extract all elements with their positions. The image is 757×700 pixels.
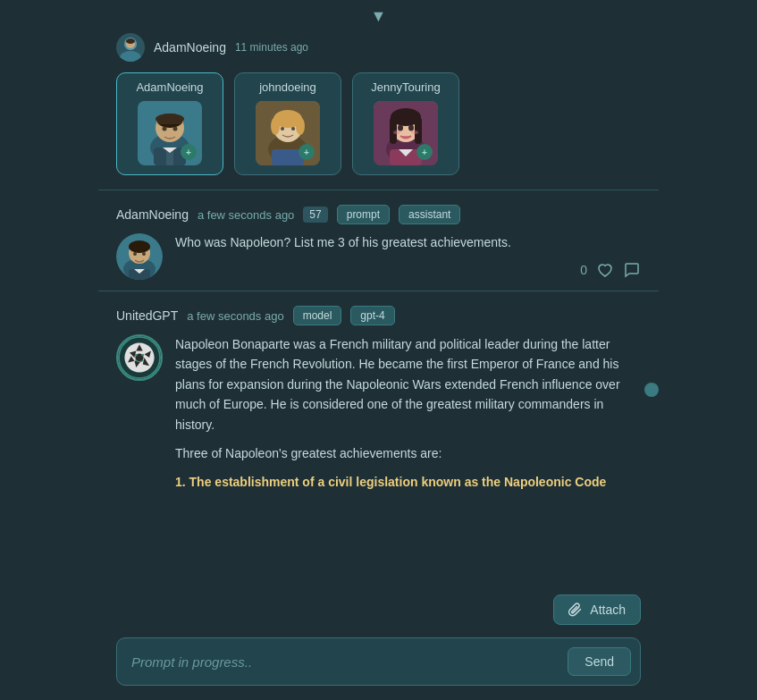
user-card-adam-avatar: + bbox=[138, 101, 202, 165]
user-card-jenny[interactable]: JennyTouring bbox=[352, 72, 459, 175]
ai-avatar bbox=[116, 334, 163, 381]
svg-point-57 bbox=[141, 354, 144, 357]
first-message-author: AdamNoeing bbox=[116, 207, 189, 222]
prompt-input-row: Send bbox=[116, 637, 641, 686]
first-message-tag-assistant[interactable]: assistant bbox=[399, 205, 460, 224]
side-dot bbox=[644, 383, 659, 397]
attach-label: Attach bbox=[590, 603, 626, 617]
ai-message-content: Napoleon Bonaparte was a French military… bbox=[175, 334, 641, 502]
user-card-adam[interactable]: AdamNoeing bbox=[116, 72, 223, 175]
chevron-down-icon[interactable]: ▼ bbox=[371, 7, 387, 26]
svg-point-20 bbox=[271, 117, 280, 135]
svg-point-1 bbox=[120, 51, 141, 62]
first-message-actions: 0 bbox=[175, 261, 641, 279]
user-card-john[interactable]: johndoeing + bbox=[234, 72, 341, 175]
ai-message-author: UnitedGPT bbox=[116, 308, 178, 323]
user-card-john-avatar: + bbox=[256, 101, 320, 165]
user-card-jenny-avatar: + bbox=[374, 101, 438, 165]
svg-point-10 bbox=[163, 127, 167, 131]
first-message-tag-prompt[interactable]: prompt bbox=[337, 205, 390, 224]
attach-button[interactable]: Attach bbox=[553, 595, 641, 625]
svg-rect-30 bbox=[415, 117, 422, 144]
first-message-time: a few seconds ago bbox=[198, 208, 294, 222]
user-card-john-name: johndoeing bbox=[259, 80, 316, 94]
prompt-area: Send bbox=[0, 628, 757, 700]
comment-button[interactable] bbox=[623, 261, 641, 279]
user-card-john-badge: + bbox=[299, 144, 315, 160]
ai-message-body: Napoleon Bonaparte was a French military… bbox=[116, 334, 641, 502]
ai-tag-gpt4[interactable]: gpt-4 bbox=[350, 306, 394, 325]
svg-point-31 bbox=[398, 125, 403, 131]
user-card-jenny-badge: + bbox=[416, 144, 433, 160]
svg-point-11 bbox=[173, 127, 178, 131]
ai-paragraph-2: Three of Napoleon's greatest achievement… bbox=[175, 443, 641, 463]
ai-paragraph-1: Napoleon Bonaparte was a French military… bbox=[175, 334, 641, 434]
user-header-avatar bbox=[116, 33, 145, 62]
first-message-like-count: 0 bbox=[580, 263, 587, 277]
chevron-area: ▼ bbox=[0, 0, 757, 30]
svg-point-21 bbox=[296, 117, 305, 135]
user-header-row: AdamNoeing 11 minutes ago bbox=[0, 30, 757, 65]
ai-tag-model[interactable]: model bbox=[293, 306, 342, 325]
send-button[interactable]: Send bbox=[568, 647, 631, 676]
ai-message-text: Napoleon Bonaparte was a French military… bbox=[175, 334, 641, 493]
svg-point-43 bbox=[142, 252, 146, 256]
svg-point-22 bbox=[281, 127, 284, 131]
ai-message-block: UnitedGPT a few seconds ago model gpt-4 bbox=[0, 291, 757, 512]
svg-point-34 bbox=[411, 131, 418, 134]
main-container: ▼ AdamNoeing 11 minutes ago AdamNoeing bbox=[0, 0, 757, 700]
svg-point-23 bbox=[291, 127, 295, 131]
ai-achievement-1: 1. The establishment of a civil legislat… bbox=[175, 472, 641, 492]
svg-point-42 bbox=[133, 252, 137, 256]
first-message-body: Who was Napoleon? List me 3 of his great… bbox=[116, 233, 641, 280]
user-header-name: AdamNoeing bbox=[154, 40, 226, 55]
user-cards-row: AdamNoeing bbox=[0, 65, 757, 190]
attach-icon bbox=[568, 603, 583, 617]
bottom-toolbar: Attach bbox=[0, 591, 757, 628]
first-message-block: AdamNoeing a few seconds ago 57 prompt a… bbox=[0, 190, 757, 291]
svg-point-3 bbox=[126, 38, 135, 44]
svg-rect-9 bbox=[157, 119, 182, 124]
user-card-adam-badge: + bbox=[181, 144, 197, 160]
user-header-time: 11 minutes ago bbox=[235, 41, 308, 54]
first-message-meta: AdamNoeing a few seconds ago 57 prompt a… bbox=[116, 205, 641, 224]
svg-point-32 bbox=[408, 125, 414, 131]
svg-point-56 bbox=[135, 354, 138, 357]
ai-message-meta: UnitedGPT a few seconds ago model gpt-4 bbox=[116, 306, 641, 325]
prompt-input[interactable] bbox=[131, 654, 559, 670]
user-card-adam-name: AdamNoeing bbox=[136, 80, 203, 94]
first-message-count: 57 bbox=[303, 207, 327, 223]
svg-rect-29 bbox=[390, 117, 397, 144]
first-message-text: Who was Napoleon? List me 3 of his great… bbox=[175, 233, 641, 252]
first-message-avatar bbox=[116, 233, 163, 280]
like-button[interactable] bbox=[596, 261, 614, 279]
ai-message-time: a few seconds ago bbox=[187, 309, 283, 323]
svg-point-33 bbox=[393, 131, 400, 134]
user-card-jenny-name: JennyTouring bbox=[371, 80, 440, 94]
svg-point-41 bbox=[129, 240, 150, 253]
first-message-content: Who was Napoleon? List me 3 of his great… bbox=[175, 233, 641, 279]
